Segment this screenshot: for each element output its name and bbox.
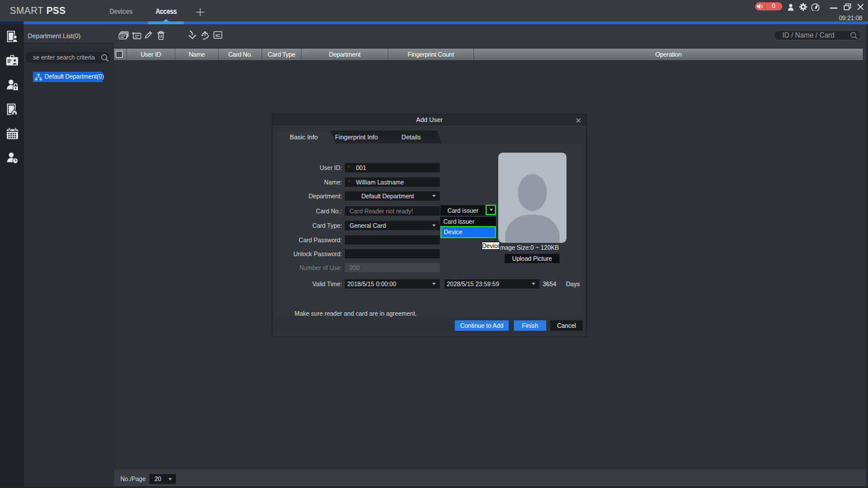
svg-text:IC: IC [216, 33, 220, 38]
